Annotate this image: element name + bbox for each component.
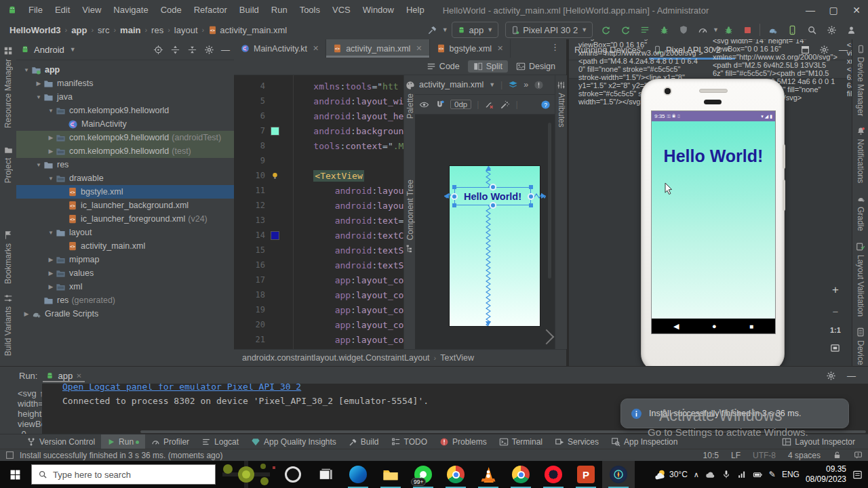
zoom-reset-button[interactable]: 1:1	[830, 326, 841, 334]
close-button[interactable]: ✕	[845, 0, 868, 20]
color-swatch[interactable]	[271, 231, 279, 240]
breadcrumb-textview[interactable]: TextView	[440, 353, 474, 363]
gradle-sync-icon[interactable]	[768, 25, 778, 35]
language-indicator[interactable]: ENG	[782, 470, 800, 479]
sidebar-tab-resource-manager[interactable]: Resource Manager	[0, 46, 16, 128]
infer-constraints-icon[interactable]	[500, 100, 510, 110]
maximize-button[interactable]: ▢	[822, 0, 845, 20]
phone-overview-button[interactable]: ■	[749, 323, 753, 330]
tree-chevron-icon[interactable]: ▶	[46, 134, 56, 141]
stop-app-icon[interactable]	[743, 26, 752, 35]
sidebar-tab-device-manager[interactable]: Device Manager	[852, 45, 868, 116]
tree-item-xml[interactable]: ▶xml	[16, 280, 234, 293]
default-margin-selector[interactable]: 0dp	[450, 100, 471, 109]
pen-icon[interactable]: ✎	[769, 470, 776, 479]
menu-build[interactable]: Build	[233, 0, 265, 20]
close-icon[interactable]: ✕	[313, 44, 319, 53]
tab-activity_main-xml[interactable]: <>activity_main.xml✕	[326, 39, 429, 58]
taskbar-clock[interactable]: 09.35 08/09/2023	[806, 464, 846, 485]
tree-chevron-icon[interactable]: ▶	[22, 310, 31, 317]
autoconnect-icon[interactable]	[435, 100, 445, 110]
taskbar-app-file-explorer[interactable]	[374, 461, 407, 488]
tree-chevron-icon[interactable]: ▼	[34, 94, 43, 100]
menu-code[interactable]: Code	[155, 0, 188, 20]
menu-tools[interactable]: Tools	[294, 0, 326, 20]
taskbar-app-edge[interactable]	[342, 461, 374, 488]
taskbar-app-powerpoint[interactable]: P	[570, 461, 602, 488]
menu-refactor[interactable]: Refactor	[188, 0, 233, 20]
breadcrumb-item[interactable]: activity_main.xml	[220, 25, 287, 35]
start-button[interactable]	[0, 461, 30, 488]
debug-app-icon[interactable]	[659, 25, 669, 35]
sidebar-tab-bookmarks[interactable]: Bookmarks	[0, 230, 16, 284]
zoom-in-button[interactable]: +	[832, 283, 839, 297]
tree-item-res[interactable]: ▼res	[16, 158, 234, 171]
taskbar-search[interactable]: Type here to search	[31, 464, 216, 485]
hide-panel-icon[interactable]: —	[847, 371, 856, 381]
tree-item-ic-launcher-foreground-xml[interactable]: <>ic_launcher_foreground.xml(v24)	[16, 212, 234, 226]
taskbar-app-opera[interactable]	[537, 461, 570, 488]
tree-item-app[interactable]: ▼app	[16, 63, 234, 77]
weather-widget[interactable]: 30°C	[654, 468, 688, 481]
mode-split[interactable]: Split	[468, 60, 508, 73]
sidebar-tab-gradle[interactable]: Gradle	[852, 195, 868, 231]
apply-changes-icon[interactable]	[620, 25, 631, 35]
toolwindow-app-quality-insights[interactable]: App Quality Insights	[245, 434, 342, 449]
rerun-app-icon[interactable]	[601, 25, 611, 35]
settings-icon[interactable]	[204, 45, 214, 55]
minimize-button[interactable]: —	[799, 0, 822, 20]
palette-tab[interactable]: Palette	[404, 81, 416, 119]
sidebar-tab-layout-validation[interactable]: Layout Validation	[852, 242, 868, 317]
tree-item-java[interactable]: ▼java	[16, 90, 234, 104]
breadcrumb-item[interactable]: res	[151, 25, 163, 35]
action-center-icon[interactable]	[852, 470, 863, 480]
textview-selection[interactable]: Hello World!	[454, 187, 531, 205]
tree-chevron-icon[interactable]: ▼	[34, 162, 43, 168]
expand-all-icon[interactable]	[170, 45, 180, 55]
breadcrumb-item[interactable]: src	[98, 25, 109, 35]
taskbar-app-android-studio[interactable]	[602, 461, 635, 488]
tree-item-drawable[interactable]: ▼drawable	[16, 171, 234, 185]
menu-view[interactable]: View	[76, 0, 107, 20]
tree-chevron-icon[interactable]: ▶	[46, 148, 56, 155]
tree-chevron-icon[interactable]: ▼	[46, 176, 56, 182]
hide-icon[interactable]: —	[221, 45, 230, 55]
device-selector[interactable]: Pixel API 30 2▼	[505, 22, 593, 38]
run-tab[interactable]: app ✕	[43, 369, 84, 382]
mode-design[interactable]: Design	[511, 60, 561, 73]
menu-run[interactable]: Run	[265, 0, 294, 20]
taskbar-app-chrome-2[interactable]	[505, 461, 537, 488]
tree-chevron-icon[interactable]: ▶	[46, 270, 56, 277]
sidebar-tab-project[interactable]: Project	[0, 146, 16, 183]
toolwindow-logcat[interactable]: Logcat	[195, 434, 245, 449]
toolwindow-todo[interactable]: TODO	[385, 434, 433, 449]
tree-item-manifests[interactable]: ▶manifests	[16, 77, 234, 90]
taskbar-app-task-view[interactable]	[309, 461, 342, 488]
toolwindow-profiler[interactable]: Profiler	[145, 434, 195, 449]
close-icon[interactable]: ✕	[497, 44, 503, 53]
menu-vcs[interactable]: VCS	[326, 0, 357, 20]
layout-preview-canvas[interactable]: Hello World!	[450, 166, 540, 326]
breadcrumb-item[interactable]: HelloWorld3	[9, 25, 61, 35]
attach-debugger-icon[interactable]	[724, 25, 734, 35]
settings-icon[interactable]	[827, 25, 837, 35]
tree-item-com-kelompok9-helloworld[interactable]: ▶com.kelompok9.helloworld(test)	[16, 144, 234, 158]
search-everywhere-icon[interactable]	[807, 25, 817, 35]
build-hammer-icon[interactable]	[427, 25, 437, 35]
toolwindow-services[interactable]: Services	[549, 434, 605, 449]
tree-item-com-kelompok9-helloworld[interactable]: ▼com.kelompok9.helloworld	[16, 104, 234, 117]
tree-item-values[interactable]: ▶values	[16, 266, 234, 280]
tree-chevron-icon[interactable]: ▶	[46, 283, 56, 290]
indent-setting[interactable]: 4 spaces	[788, 451, 821, 460]
breadcrumb-constraintlayout[interactable]: androidx.constraintlayout.widget.Constra…	[242, 353, 430, 363]
run-config-selector[interactable]: app▼	[452, 22, 499, 38]
phone-home-button[interactable]: ●	[712, 322, 717, 330]
tab-bgstyle-xml[interactable]: <>bgstyle.xml✕	[430, 39, 511, 58]
toolwindow-version-control[interactable]: Version Control	[20, 434, 101, 449]
file-encoding[interactable]: UTF-8	[753, 451, 776, 460]
logcat-link[interactable]: Open Logcat panel for emulator Pixel API…	[62, 384, 301, 392]
tab-options-icon[interactable]: ⋮	[544, 39, 566, 58]
breadcrumb-item[interactable]: main	[120, 25, 140, 35]
help-icon[interactable]: ?	[540, 100, 551, 110]
tree-item-mainactivity[interactable]: CMainActivity	[16, 117, 234, 131]
